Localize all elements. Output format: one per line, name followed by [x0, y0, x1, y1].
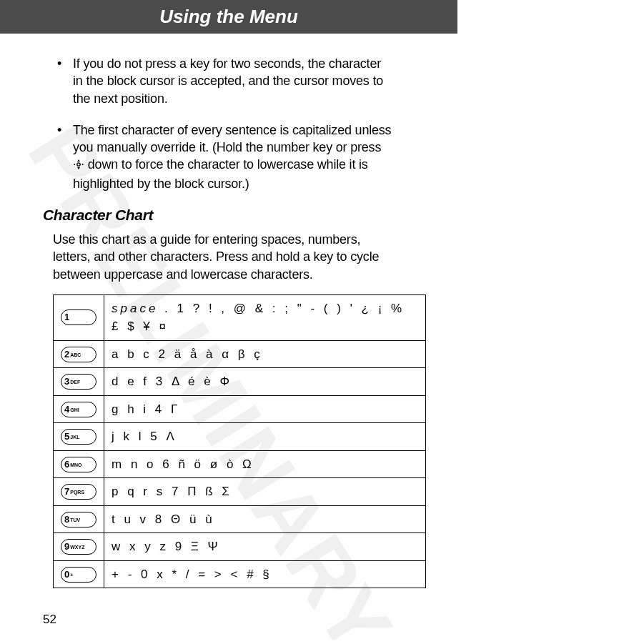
key-cell: 7PQRS	[54, 478, 104, 506]
table-row: 8TUVt u v 8 Θ ü ù	[54, 505, 426, 533]
chars-cell: + - 0 x * / = > < # §	[104, 560, 426, 588]
table-row: 5JKLj k l 5 Λ	[54, 423, 426, 451]
page-number: 52	[43, 613, 56, 627]
chars-cell: g h i 4 Γ	[104, 395, 426, 423]
table-row: 7PQRSp q r s 7 Π ß Σ	[54, 478, 426, 506]
key-cell: 6MNO	[54, 450, 104, 478]
keycap-icon: 1	[61, 309, 96, 325]
bullet-text-part2: down to force the character to lowercase…	[73, 157, 368, 190]
bullet-item: If you do not press a key for two second…	[73, 55, 393, 107]
chars-cell: space . 1 ? ! , @ & : ; " - ( ) ' ¿ ¡ % …	[104, 294, 426, 340]
page-title: Using the Menu	[159, 6, 298, 27]
bullet-list: If you do not press a key for two second…	[43, 55, 393, 192]
bullet-item: The first character of every sentence is…	[73, 122, 393, 192]
svg-point-2	[82, 164, 84, 165]
keycap-icon: 9WXYZ	[61, 539, 96, 555]
table-row: 3DEFd e f 3 Δ é è Φ	[54, 368, 426, 396]
svg-point-1	[74, 164, 75, 165]
key-cell: 9WXYZ	[54, 533, 104, 561]
chars-cell: t u v 8 Θ ü ù	[104, 505, 426, 533]
table-row: 0++ - 0 x * / = > < # §	[54, 560, 426, 588]
nav-key-icon	[73, 157, 84, 174]
keycap-icon: 2ABC	[61, 347, 96, 362]
chars-cell: w x y z 9 Ξ Ψ	[104, 533, 426, 561]
svg-point-0	[77, 163, 80, 166]
keycap-icon: 4GHI	[61, 402, 96, 417]
character-chart-table: 1space . 1 ? ! , @ & : ; " - ( ) ' ¿ ¡ %…	[53, 294, 426, 589]
keycap-icon: 7PQRS	[61, 484, 96, 500]
keycap-icon: 5JKL	[61, 429, 96, 445]
table-row: 9WXYZw x y z 9 Ξ Ψ	[54, 533, 426, 561]
keycap-icon: 6MNO	[61, 457, 96, 472]
chars-cell: m n o 6 ñ ö ø ò Ω	[104, 450, 426, 478]
chars-cell: p q r s 7 Π ß Σ	[104, 478, 426, 506]
key-cell: 3DEF	[54, 368, 104, 396]
chars-cell: d e f 3 Δ é è Φ	[104, 368, 426, 396]
keycap-icon: 0+	[61, 567, 96, 583]
chars-cell: j k l 5 Λ	[104, 423, 426, 451]
key-cell: 8TUV	[54, 505, 104, 533]
key-cell: 2ABC	[54, 340, 104, 368]
section-heading: Character Chart	[43, 207, 393, 224]
key-cell: 0+	[54, 560, 104, 588]
table-row: 1space . 1 ? ! , @ & : ; " - ( ) ' ¿ ¡ %…	[54, 294, 426, 340]
key-cell: 1	[54, 294, 104, 340]
key-cell: 5JKL	[54, 423, 104, 451]
table-row: 6MNOm n o 6 ñ ö ø ò Ω	[54, 450, 426, 478]
page-header: Using the Menu	[0, 0, 457, 34]
table-row: 4GHIg h i 4 Γ	[54, 395, 426, 423]
keycap-icon: 8TUV	[61, 512, 96, 527]
keycap-icon: 3DEF	[61, 374, 96, 390]
table-row: 2ABCa b c 2 ä å à α β ç	[54, 340, 426, 368]
section-intro: Use this chart as a guide for entering s…	[43, 231, 393, 283]
key-cell: 4GHI	[54, 395, 104, 423]
bullet-text-part1: The first character of every sentence is…	[73, 123, 391, 154]
chars-cell: a b c 2 ä å à α β ç	[104, 340, 426, 368]
